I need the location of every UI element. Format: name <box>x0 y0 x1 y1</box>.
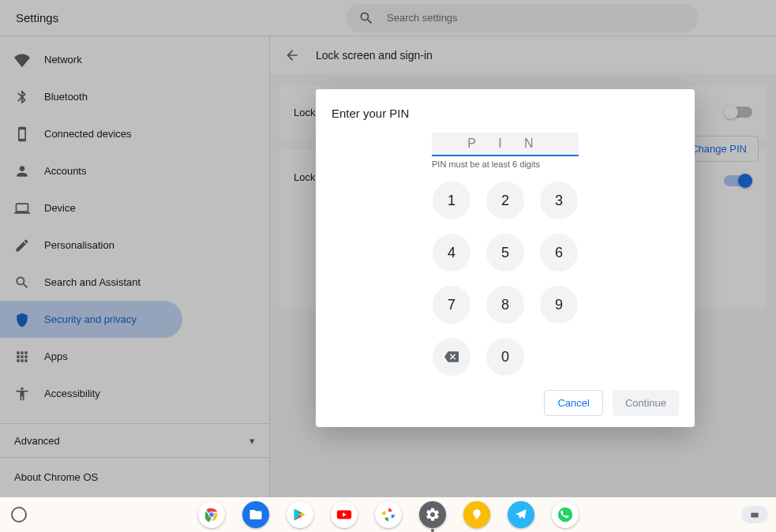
pin-keypad: 1 2 3 4 5 6 7 8 9 0 <box>332 182 679 376</box>
shelf-files-icon[interactable] <box>242 501 269 528</box>
shelf-play-store-icon[interactable] <box>287 501 313 528</box>
key-2[interactable]: 2 <box>486 182 524 219</box>
dialog-title: Enter your PIN <box>332 107 679 120</box>
shelf-telegram-icon[interactable] <box>508 501 534 528</box>
key-6[interactable]: 6 <box>540 234 578 272</box>
cancel-button[interactable]: Cancel <box>544 390 602 416</box>
svg-rect-4 <box>751 513 758 518</box>
pin-hint: PIN must be at least 6 digits <box>432 159 605 169</box>
folder-icon <box>249 508 263 522</box>
svg-point-3 <box>557 508 572 522</box>
shelf-youtube-icon[interactable] <box>331 501 358 528</box>
system-tray[interactable] <box>741 506 768 523</box>
key-0[interactable]: 0 <box>486 338 524 376</box>
svg-point-1 <box>208 512 214 518</box>
backspace-icon <box>444 350 459 364</box>
tray-icon <box>749 509 760 520</box>
shelf <box>0 497 776 532</box>
key-1[interactable]: 1 <box>433 182 470 219</box>
telegram-icon <box>514 508 528 522</box>
lightbulb-icon <box>470 508 483 521</box>
chrome-icon <box>202 505 221 524</box>
dialog-actions: Cancel Continue <box>332 390 679 416</box>
key-5[interactable]: 5 <box>486 234 524 272</box>
key-9[interactable]: 9 <box>540 286 578 324</box>
shelf-keep-icon[interactable] <box>463 501 490 528</box>
whatsapp-icon <box>557 506 574 523</box>
continue-button[interactable]: Continue <box>613 390 679 416</box>
key-3[interactable]: 3 <box>540 182 578 219</box>
launcher-button[interactable] <box>11 507 27 523</box>
pin-input[interactable]: P I N <box>432 133 579 156</box>
photos-icon <box>380 506 397 523</box>
key-backspace[interactable] <box>433 338 470 376</box>
pin-dialog: Enter your PIN P I N PIN must be at leas… <box>316 89 695 427</box>
key-8[interactable]: 8 <box>486 286 524 324</box>
shelf-whatsapp-icon[interactable] <box>552 501 579 528</box>
key-4[interactable]: 4 <box>433 234 470 272</box>
gear-icon <box>425 507 440 523</box>
key-7[interactable]: 7 <box>433 286 470 324</box>
play-icon <box>292 507 308 523</box>
shelf-photos-icon[interactable] <box>375 501 402 528</box>
shelf-settings-icon[interactable] <box>419 501 446 528</box>
shelf-chrome-icon[interactable] <box>198 501 225 528</box>
youtube-icon <box>336 506 353 523</box>
